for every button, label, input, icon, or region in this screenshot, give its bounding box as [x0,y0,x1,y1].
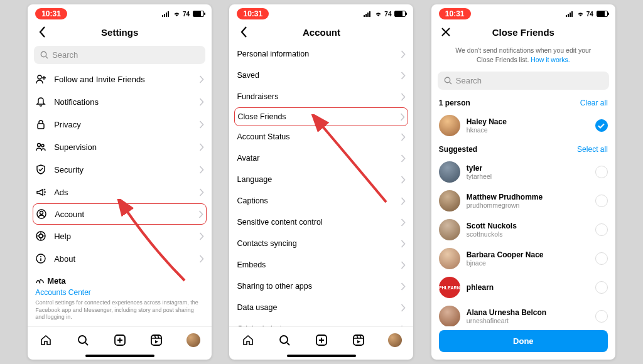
menu-item-fundraisers[interactable]: Fundraisers [229,86,413,107]
menu-item-saved[interactable]: Saved [229,65,413,86]
check-circle-empty[interactable] [595,310,608,323]
svg-point-11 [41,144,44,147]
nav-profile[interactable] [186,333,200,347]
plus-square-icon [315,334,328,346]
friend-row[interactable]: Alana Urnesha Belcon urneshafineart [431,302,615,326]
how-it-works-link[interactable]: How it works. [531,56,570,63]
megaphone-icon [35,186,46,198]
chevron-right-icon [401,93,406,101]
search-input[interactable]: Search [438,72,609,90]
friend-username: scottnuckols [467,230,589,238]
menu-item-personal-information[interactable]: Personal information [229,43,413,65]
friend-row[interactable]: Haley Nace hknace [431,111,615,140]
chevron-right-icon [401,304,406,312]
done-button[interactable]: Done [439,330,608,352]
help-icon [35,230,46,242]
check-circle-empty[interactable] [595,166,608,178]
svg-line-55 [450,82,451,84]
check-circle-empty[interactable] [595,195,608,207]
menu-item-supervision[interactable]: Supervision [28,136,212,158]
menu-item-ads[interactable]: Ads [28,181,212,203]
menu-item-data-usage[interactable]: Data usage [229,297,413,318]
menu-item-about[interactable]: About [28,247,212,270]
nav-reels[interactable] [352,333,365,347]
search-placeholder: Search [52,50,78,60]
menu-label: Embeds [237,260,393,269]
menu-item-notifications[interactable]: Notifications [28,90,212,113]
svg-point-54 [445,78,450,83]
status-bar: 10:31 74 [229,4,413,21]
svg-rect-31 [151,335,161,345]
menu-item-embeds[interactable]: Embeds [229,254,413,276]
menu-item-original-photos[interactable]: Original photos [229,318,413,326]
person-count: 1 person [439,99,470,107]
battery-percent: 74 [384,11,391,18]
nav-search[interactable] [278,333,291,347]
nav-home[interactable] [241,333,255,347]
menu-item-close-friends[interactable]: Close Friends [234,107,408,126]
menu-item-avatar[interactable]: Avatar [229,147,413,169]
check-circle-empty[interactable] [595,252,608,265]
friend-username: urneshafineart [467,317,589,324]
menu-item-account-status[interactable]: Account Status [229,126,413,147]
back-button[interactable] [235,24,252,40]
close-button[interactable] [438,24,454,40]
friend-username: prudhommegrown [467,201,589,209]
menu-item-help[interactable]: Help [28,225,212,247]
friend-row[interactable]: Barbara Cooper Nace bjnace [431,244,615,273]
friend-row[interactable]: Matthew Prudhomme prudhommegrown [431,186,615,215]
lock-icon [35,119,46,130]
menu-item-language[interactable]: Language [229,169,413,190]
menu-label: Follow and Invite Friends [54,75,192,84]
search-icon [40,51,48,59]
friend-row[interactable]: tyler tytarheel [431,158,615,186]
chevron-right-icon [198,210,203,218]
menu-item-sensitive-content-control[interactable]: Sensitive content control [229,211,413,233]
nav-create[interactable] [113,333,127,347]
battery-percent: 74 [586,11,593,18]
menu-item-contacts-syncing[interactable]: Contacts syncing [229,233,413,254]
check-circle-empty[interactable] [595,281,608,294]
svg-rect-1 [164,14,165,17]
accounts-center-link[interactable]: Accounts Center [35,288,204,297]
menu-label: Supervision [54,142,192,152]
nav-search[interactable] [76,333,90,347]
nav-home[interactable] [39,333,53,347]
svg-rect-2 [166,13,167,17]
signal-icon [162,11,171,17]
clear-all-button[interactable]: Clear all [580,99,608,107]
svg-point-6 [38,75,41,79]
back-button[interactable] [34,24,50,40]
menu-item-account[interactable]: Account [33,203,207,225]
time-pill: 10:31 [35,8,67,19]
friend-row[interactable]: PHLEARN phlearn [431,273,615,302]
chevron-right-icon [401,133,406,141]
chevron-right-icon [400,113,405,121]
check-circle-selected[interactable] [595,119,608,132]
meta-section: Meta Accounts Center Control settings fo… [28,270,212,324]
friend-row[interactable]: Scott Nuckols scottnuckols [431,215,615,244]
chevron-right-icon [401,50,406,58]
bottom-nav [28,326,212,353]
menu-item-sharing-to-other-apps[interactable]: Sharing to other apps [229,276,413,297]
nav-create[interactable] [315,333,328,347]
nav-reels[interactable] [149,333,163,347]
avatar-icon [439,219,460,240]
nav-profile[interactable] [388,333,402,347]
menu-item-privacy[interactable]: Privacy [28,113,212,136]
svg-rect-9 [38,124,44,129]
menu-label: Avatar [237,154,393,163]
search-input[interactable]: Search [34,46,205,64]
menu-label: About [54,254,192,264]
select-all-button[interactable]: Select all [577,145,608,154]
chevron-right-icon [401,72,406,80]
suggested-label: Suggested [439,145,477,154]
svg-rect-48 [566,15,567,17]
menu-item-security[interactable]: Security [28,158,212,181]
menu-item-follow-and-invite-friends[interactable]: Follow and Invite Friends [28,68,212,90]
menu-item-captions[interactable]: Captions [229,190,413,211]
svg-rect-50 [570,13,571,17]
wifi-icon [374,11,382,17]
friend-username: tytarheel [467,173,589,180]
check-circle-empty[interactable] [595,223,608,236]
